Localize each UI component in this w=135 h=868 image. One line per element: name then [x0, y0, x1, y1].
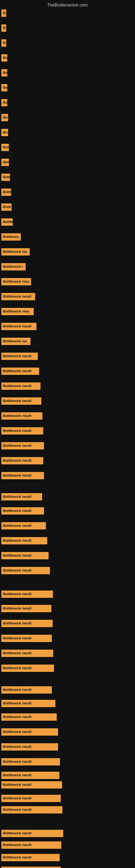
bottleneck-label: Bo: [1, 69, 7, 76]
bottleneck-item: B: [1, 39, 6, 48]
bottleneck-label: Bottleneck result: [1, 567, 50, 574]
bottleneck-label: Bottleneck result: [1, 507, 44, 515]
bottleneck-item: Bottleneck result: [1, 368, 39, 376]
bottleneck-item: Bottleneck result: [1, 352, 38, 361]
bottleneck-label: Bottleneck result: [1, 795, 61, 802]
bottleneck-label: Bottleneck result: [1, 772, 59, 779]
bottleneck-label: Bottleneck result: [1, 781, 62, 788]
bottleneck-item: B: [1, 9, 6, 18]
bottleneck-item: Bottleneck result: [1, 457, 43, 465]
bottleneck-label: Bottle: [1, 218, 13, 226]
bottleneck-label: Bottleneck result: [1, 537, 47, 545]
bottleneck-item: Bottleneck result: [1, 728, 58, 737]
bottleneck-item: Bottleneck result: [1, 841, 61, 850]
bottleneck-item: Bottleneck result: [1, 713, 57, 722]
bottleneck-item: Bottleneck result: [1, 781, 62, 789]
bottleneck-item: Bo: [1, 99, 7, 107]
bottleneck-item: Bottleneck result: [1, 567, 50, 575]
bottleneck-label: Bottleneck result: [1, 442, 44, 450]
bottleneck-label: B: [1, 24, 6, 32]
bottleneck-label: Bottl: [1, 188, 11, 196]
bottleneck-label: B: [1, 9, 6, 17]
bottleneck-item: Bottleneck res: [1, 248, 30, 257]
bottleneck-item: Bottleneck result: [1, 795, 61, 803]
bottleneck-item: Bo: [1, 129, 8, 137]
bottleneck-label: Bottleneck result: [1, 552, 49, 559]
bottleneck-label: Bottleneck resu: [1, 308, 34, 315]
bottleneck-item: Bottleneck result: [1, 758, 60, 767]
bottleneck-label: Bottleneck result: [1, 758, 60, 766]
bottleneck-label: Bottleneck result: [1, 605, 51, 612]
bottleneck-item: Bottl: [1, 188, 11, 197]
bottleneck-item: Bo: [1, 69, 7, 78]
bottleneck-item: Bottleneck result: [1, 806, 62, 814]
bottleneck-item: Bottleneck result: [1, 522, 46, 531]
bottleneck-label: Bottleneck result: [1, 457, 43, 464]
bottleneck-label: Bottleneck result: [1, 650, 53, 657]
bottleneck-item: Bottleneck res: [1, 338, 31, 346]
bottleneck-label: Bottleneck result: [1, 686, 52, 693]
bottleneck-label: Bottleneck result: [1, 323, 37, 330]
bottleneck-label: Bottleneck res: [1, 338, 31, 345]
bottleneck-item: Bottleneck result: [1, 772, 59, 780]
bottleneck-label: B: [1, 39, 6, 46]
bottleneck-label: Bo: [1, 99, 7, 106]
bottleneck-item: Bottleneck resu: [1, 278, 31, 286]
bottleneck-item: Bottlenec: [1, 233, 21, 242]
bottleneck-item: Bo: [1, 114, 8, 122]
bottleneck-label: Bo: [1, 54, 7, 62]
bottleneck-label: Bottleneck result: [1, 700, 55, 707]
bottleneck-item: Bottl: [1, 204, 12, 212]
bottleneck-label: Bottleneck result: [1, 713, 57, 721]
bottleneck-item: Bottleneck result: [1, 397, 41, 406]
bottleneck-item: B: [1, 24, 6, 33]
bottleneck-label: Bottleneck result: [1, 854, 60, 861]
bottleneck-item: Bottleneck result: [1, 590, 53, 599]
bottleneck-label: Bottleneck result: [1, 743, 58, 750]
bottleneck-label: Bottleneck result: [1, 728, 58, 736]
bottleneck-label: Bottleneck result: [1, 522, 46, 529]
bottleneck-label: Bottleneck result: [1, 427, 43, 435]
bottleneck-item: Bo: [1, 84, 7, 93]
bottleneck-label: Bottleneck result: [1, 635, 52, 642]
bottleneck-label: Bottleneck res: [1, 248, 30, 255]
bottleneck-label: Bot: [1, 159, 9, 166]
bottleneck-item: Bottleneck result: [1, 412, 42, 421]
bottleneck-item: Bottle: [1, 218, 13, 227]
bottleneck-item: Bottleneck result: [1, 442, 44, 451]
bottleneck-item: Bottleneck result: [1, 830, 63, 838]
bottleneck-item: Bottleneck result: [1, 700, 55, 708]
bottleneck-item: Bottleneck resu: [1, 308, 34, 316]
bottleneck-label: Bottleneck resu: [1, 278, 31, 285]
bottleneck-label: Bo: [1, 129, 8, 136]
bottleneck-label: Bottlenec: [1, 233, 21, 241]
bottleneck-label: Bottleneck result: [1, 412, 42, 420]
bottleneck-item: Bottleneck result: [1, 507, 44, 516]
bottleneck-item: Bottleneck result: [1, 635, 52, 643]
bottleneck-label: Bottleneck result: [1, 806, 62, 813]
bottleneck-item: Bottleneck result: [1, 323, 37, 331]
bottleneck-label: Bottleneck result: [1, 620, 53, 627]
bottleneck-item: Bottleneck result: [1, 605, 51, 613]
bottleneck-label: Bottleneck result: [1, 664, 54, 672]
bottleneck-label: Bottleneck result: [1, 352, 38, 360]
bottleneck-item: Bottleneck result: [1, 493, 42, 501]
bottleneck-label: Bottleneck result: [1, 472, 44, 479]
bottleneck-label: Bottleneck result: [1, 841, 61, 849]
bottleneck-label: Bottleneck result: [1, 382, 41, 390]
bottleneck-item: Bottleneck result: [1, 472, 44, 480]
bottleneck-label: Bottleneck result: [1, 590, 53, 598]
bottleneck-label: Bo: [1, 84, 7, 91]
bottleneck-item: Bottleneck result: [1, 293, 35, 301]
bottleneck-label: Bot: [1, 144, 9, 151]
bottleneck-item: Bottleneck result: [1, 867, 61, 868]
site-title: TheBottlenecker.com: [0, 0, 135, 9]
bottleneck-item: Bo: [1, 54, 7, 63]
bottleneck-label: Bottleneck result: [1, 830, 63, 837]
bottleneck-item: Bottleneck result: [1, 552, 49, 560]
bottleneck-label: Bott: [1, 174, 10, 181]
bottleneck-label: Bottl: [1, 204, 12, 211]
bottleneck-item: Bot: [1, 159, 9, 167]
bottleneck-label: Bottleneck r: [1, 263, 26, 271]
bottleneck-item: Bottleneck result: [1, 427, 43, 436]
